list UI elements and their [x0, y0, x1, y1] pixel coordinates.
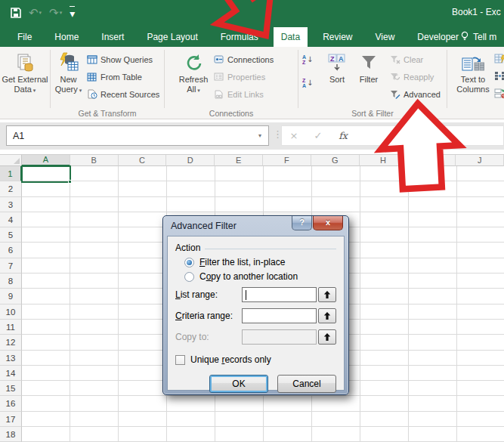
grid-cell-C14[interactable] — [119, 366, 167, 381]
insert-function-icon[interactable]: fx — [330, 130, 356, 141]
grid-cell-H5[interactable] — [360, 227, 409, 243]
tab-file[interactable]: File — [10, 27, 39, 47]
grid-cell-I15[interactable] — [409, 381, 457, 396]
row-header-4[interactable]: 4 — [0, 212, 22, 227]
list-range-input[interactable] — [243, 288, 316, 301]
grid-cell-B4[interactable] — [70, 212, 119, 227]
unique-records-checkbox[interactable] — [175, 355, 185, 365]
grid-cell-I3[interactable] — [409, 197, 457, 212]
grid-cell-B17[interactable] — [70, 412, 119, 427]
grid-cell-J11[interactable] — [457, 320, 504, 335]
grid-cell-A11[interactable] — [22, 320, 70, 335]
grid-cell-J7[interactable] — [457, 258, 504, 274]
grid-cell-H17[interactable] — [360, 412, 409, 427]
grid-cell-B7[interactable] — [70, 258, 119, 274]
grid-cell-C18[interactable] — [119, 427, 167, 442]
grid-cell-I16[interactable] — [409, 396, 457, 411]
row-header-10[interactable]: 10 — [0, 304, 22, 320]
grid-cell-H3[interactable] — [360, 197, 409, 212]
radio-button-icon[interactable] — [184, 272, 194, 282]
grid-cell-A9[interactable] — [22, 289, 70, 304]
grid-cell-J15[interactable] — [457, 381, 504, 396]
grid-cell-H10[interactable] — [360, 304, 409, 320]
grid-cell-C11[interactable] — [119, 320, 167, 335]
grid-cell-I7[interactable] — [409, 258, 457, 274]
copy-to-collapse-button[interactable] — [318, 329, 336, 345]
grid-cell-H13[interactable] — [360, 351, 409, 366]
grid-cell-J2[interactable] — [457, 181, 504, 196]
grid-cell-H12[interactable] — [360, 335, 409, 350]
grid-cell-B9[interactable] — [70, 289, 119, 304]
active-cell-selection[interactable] — [21, 165, 71, 183]
tab-review[interactable]: Review — [315, 27, 360, 47]
grid-cell-I1[interactable] — [409, 166, 457, 181]
radio-button-icon[interactable] — [184, 258, 194, 267]
column-header-G[interactable]: G — [311, 155, 360, 166]
grid-cell-E18[interactable] — [215, 427, 264, 442]
grid-cell-I4[interactable] — [409, 212, 457, 227]
dialog-close-button[interactable]: x — [313, 216, 343, 230]
grid-cell-C16[interactable] — [119, 396, 167, 411]
grid-cell-A14[interactable] — [22, 366, 70, 381]
tab-page-layout[interactable]: Page Layout — [139, 27, 205, 47]
grid-cell-J9[interactable] — [457, 289, 504, 304]
grid-cell-F3[interactable] — [264, 197, 312, 212]
from-table-button[interactable]: From Table — [86, 68, 164, 85]
column-header-A[interactable]: A — [22, 155, 70, 166]
grid-cell-H2[interactable] — [360, 181, 409, 196]
grid-cell-A16[interactable] — [22, 396, 70, 411]
remove-duplicates-button[interactable] — [494, 67, 504, 85]
grid-cell-H16[interactable] — [360, 396, 409, 411]
grid-cell-D3[interactable] — [167, 197, 215, 212]
grid-cell-C4[interactable] — [119, 212, 167, 227]
grid-cell-I8[interactable] — [409, 274, 457, 289]
recent-sources-button[interactable]: Recent Sources — [86, 85, 164, 103]
column-header-D[interactable]: D — [166, 155, 215, 166]
grid-cell-B5[interactable] — [70, 227, 119, 243]
row-header-8[interactable]: 8 — [0, 274, 22, 289]
grid-cell-B1[interactable] — [70, 166, 119, 181]
grid-cell-I13[interactable] — [409, 351, 457, 366]
row-header-2[interactable]: 2 — [0, 181, 22, 196]
row-header-17[interactable]: 17 — [0, 412, 22, 427]
grid-cell-E16[interactable] — [215, 396, 264, 411]
grid-cell-B18[interactable] — [70, 427, 119, 442]
grid-cell-C2[interactable] — [119, 181, 167, 196]
grid-cell-G18[interactable] — [312, 427, 360, 442]
column-header-C[interactable]: C — [119, 155, 167, 166]
grid-cell-H15[interactable] — [360, 381, 409, 396]
grid-cell-A18[interactable] — [22, 427, 70, 442]
grid-cell-B2[interactable] — [70, 181, 119, 196]
grid-cell-E17[interactable] — [215, 412, 264, 427]
grid-cell-A10[interactable] — [22, 304, 70, 320]
grid-cell-H18[interactable] — [360, 427, 409, 442]
name-box-dropdown-icon[interactable]: ▾ — [258, 132, 268, 139]
tab-data[interactable]: Data — [274, 27, 308, 47]
radio-copy-to-location[interactable]: Copy to another location — [184, 271, 336, 282]
row-header-15[interactable]: 15 — [0, 381, 22, 396]
save-icon[interactable] — [11, 8, 21, 18]
row-header-11[interactable]: 11 — [0, 320, 22, 335]
grid-cell-J5[interactable] — [457, 227, 504, 243]
grid-cell-A17[interactable] — [22, 412, 70, 427]
grid-cell-G17[interactable] — [312, 412, 360, 427]
text-to-columns-button[interactable]: Text toColumns — [452, 48, 494, 119]
grid-cell-J13[interactable] — [457, 351, 504, 366]
grid-cell-A15[interactable] — [22, 381, 70, 396]
grid-cell-F2[interactable] — [264, 181, 312, 196]
row-header-1[interactable]: 1 — [0, 166, 22, 181]
connections-button[interactable]: Connections — [213, 51, 298, 68]
grid-cell-C9[interactable] — [119, 289, 167, 304]
column-header-I[interactable]: I — [407, 155, 456, 166]
grid-cell-B12[interactable] — [70, 335, 119, 350]
grid-cell-G3[interactable] — [312, 197, 360, 212]
column-header-B[interactable]: B — [70, 155, 119, 166]
row-header-5[interactable]: 5 — [0, 227, 22, 243]
row-header-3[interactable]: 3 — [0, 197, 22, 212]
grid-cell-B15[interactable] — [70, 381, 119, 396]
radio-filter-in-place[interactable]: Filter the list, in-place — [184, 257, 336, 267]
grid-cell-B6[interactable] — [70, 243, 119, 258]
grid-cell-J17[interactable] — [457, 412, 504, 427]
grid-cell-J10[interactable] — [457, 304, 504, 320]
enter-entry-icon[interactable]: ✓ — [306, 130, 330, 141]
